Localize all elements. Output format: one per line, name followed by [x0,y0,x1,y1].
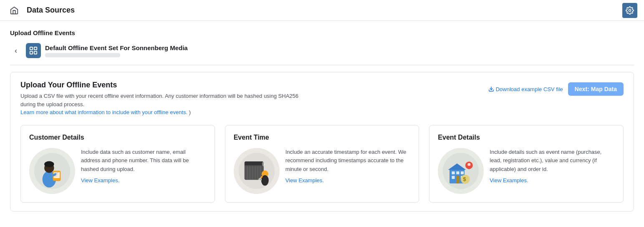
column-text-event-time: Include an accurate timestamp for each e… [285,148,411,185]
svg-rect-39 [452,176,455,179]
next-button[interactable]: Next: Map Data [568,82,624,96]
event-set-info: Default Offline Event Set For Sonnenberg… [45,44,188,57]
column-body-event-time: › Include an accur [234,148,411,194]
divider [10,65,634,65]
svg-text:$: $ [463,176,466,182]
illustration-customer [29,148,75,194]
upload-card-left: Upload Your Offline Events Upload a CSV … [20,81,313,117]
svg-rect-19 [245,165,263,166]
avatar-icon[interactable] [622,3,637,18]
svg-point-44 [468,163,471,166]
column-card-event-time: Event Time [225,125,419,203]
back-button[interactable]: ‹ [10,45,22,56]
home-button[interactable] [7,3,22,18]
event-set-icon [26,43,41,58]
svg-rect-1 [30,47,33,50]
header-row: ‹ Default Offline Event Set For Sonnenbe… [10,43,634,58]
svg-rect-2 [34,47,37,50]
column-body-event-details: $ Include details such as event name (pu… [438,148,615,194]
column-heading-customer: Customer Details [29,134,206,141]
svg-point-0 [629,9,631,11]
download-link-text: Download example CSV file [496,86,563,92]
view-examples-link-event-time[interactable]: View Examples. [285,176,411,185]
column-body-customer: Include data such as customer name, emai… [29,148,206,194]
illustration-event-details: $ [438,148,484,194]
svg-rect-4 [34,51,37,54]
upload-description: Upload a CSV file with your recent offli… [20,92,313,108]
page-header-title: Data Sources [27,6,75,15]
svg-rect-37 [457,171,460,174]
column-heading-event-time: Event Time [234,134,411,141]
upload-card-header: Upload Your Offline Events Upload a CSV … [20,81,624,117]
event-set-name: Default Offline Event Set For Sonnenberg… [45,44,188,51]
svg-point-9 [44,161,54,167]
svg-rect-38 [461,171,464,174]
learn-more-link[interactable]: Learn more about what information to inc… [20,109,187,115]
view-examples-link-customer[interactable]: View Examples. [81,176,206,185]
column-heading-event-details: Event Details [438,134,615,141]
svg-text:›: › [263,162,265,166]
svg-rect-12 [54,172,59,173]
column-text-customer: Include data such as customer name, emai… [81,148,206,185]
svg-rect-40 [457,176,460,183]
columns-grid: Customer Details [20,125,624,203]
upload-heading: Upload Your Offline Events [20,81,313,89]
page-content: Upload Offline Events ‹ Default Offline … [0,21,644,227]
event-set-id-bar [45,53,120,57]
upload-card: Upload Your Offline Events Upload a CSV … [10,72,634,212]
top-bar: Data Sources [0,0,644,21]
svg-rect-36 [452,171,455,174]
upload-card-actions: Download example CSV file Next: Map Data [488,82,624,96]
illustration-event-time: › [234,148,280,194]
download-csv-link[interactable]: Download example CSV file [488,86,563,92]
column-card-customer: Customer Details [20,125,215,203]
view-examples-link-event-details[interactable]: View Examples. [490,176,615,185]
svg-point-26 [262,161,268,166]
column-text-event-details: Include details such as event name (purc… [490,148,615,185]
page-title: Upload Offline Events [10,29,634,36]
svg-rect-3 [30,51,33,54]
learn-more-suffix: ) [189,109,191,115]
column-card-event-details: Event Details [429,125,624,203]
